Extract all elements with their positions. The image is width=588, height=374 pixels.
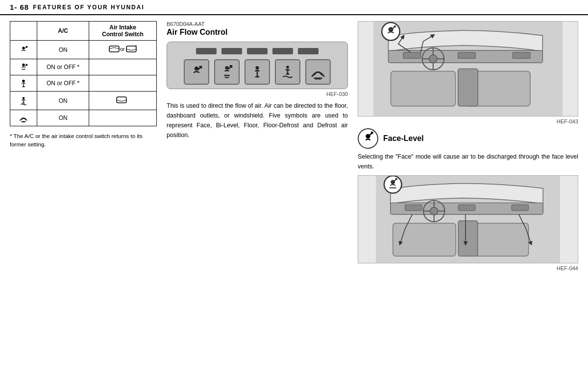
table-row: ON [10, 110, 157, 126]
table-row: ON or * [10, 41, 157, 59]
svg-rect-25 [458, 69, 478, 106]
row1-icon [10, 41, 37, 59]
airflow-btn-defrost[interactable] [305, 59, 331, 85]
row2-ac: ON or OFF * [37, 59, 89, 75]
svg-point-11 [225, 66, 228, 70]
row5-intake [89, 110, 157, 126]
row3-ac: ON or OFF * [37, 75, 89, 92]
svg-rect-28 [513, 52, 530, 58]
right-column: HEF-043 Face-Level Selecting the "Face" … [358, 21, 578, 366]
svg-point-35 [430, 207, 438, 215]
ac-table: A/C Air Intake Control Switch [10, 21, 157, 126]
svg-point-10 [195, 67, 199, 71]
page-number: 1- 68 [10, 3, 29, 11]
middle-column: B670D04A-AAT Air Flow Control [167, 21, 348, 366]
airflow-btn-face[interactable] [184, 59, 209, 85]
airflow-description: This is used to direct the flow of air. … [167, 101, 348, 140]
col-intake-header: Air Intake Control Switch [89, 22, 157, 41]
hef-044-label: HEF-044 [358, 265, 578, 271]
airflow-btn-floor-defrost[interactable] [275, 59, 300, 85]
airflow-btn-floor[interactable] [245, 59, 270, 85]
airflow-btn-bilevel[interactable] [214, 59, 240, 85]
footnote-text: The A/C or the air intake control switch… [10, 133, 143, 147]
row2-intake [89, 59, 157, 75]
footnote: * The A/C or the air intake control swit… [10, 132, 157, 149]
section-title: Air Flow Control [167, 28, 348, 37]
svg-text:or: or [120, 46, 125, 52]
svg-rect-44 [458, 205, 475, 210]
svg-point-30 [388, 27, 393, 32]
car-diagram-top [358, 21, 578, 117]
face-level-title: Face-Level [383, 134, 424, 143]
table-row: ON or OFF * [10, 59, 157, 75]
svg-rect-42 [458, 221, 478, 256]
content-area: A/C Air Intake Control Switch [0, 15, 588, 372]
row3-icon [10, 75, 37, 92]
svg-rect-27 [458, 52, 476, 58]
row4-intake [89, 92, 157, 110]
svg-rect-26 [403, 52, 421, 58]
col-icon-header [10, 22, 37, 41]
svg-rect-40 [393, 223, 456, 256]
svg-point-12 [255, 66, 259, 70]
face-level-section: Face-Level [358, 128, 578, 149]
page-title: FEATURES OF YOUR HYUNDAI [33, 4, 145, 11]
svg-rect-43 [405, 205, 422, 210]
svg-point-0 [22, 47, 25, 49]
svg-point-18 [429, 55, 437, 63]
diagram-code: B670D04A-AAT [167, 21, 348, 27]
row5-icon [10, 110, 37, 126]
row5-ac: ON [37, 110, 89, 126]
car-diagram-bottom [358, 175, 578, 263]
svg-text:*: * [135, 44, 137, 49]
hef-043-label: HEF-043 [358, 118, 578, 124]
svg-rect-45 [512, 205, 529, 210]
svg-rect-8 [117, 97, 126, 103]
hef-030-label: HEF-030 [167, 91, 348, 97]
row1-ac: ON [37, 41, 89, 59]
svg-rect-1 [109, 46, 119, 52]
row2-icon [10, 59, 37, 75]
table-row: ON [10, 92, 157, 110]
row4-ac: ON [37, 92, 89, 110]
left-column: A/C Air Intake Control Switch [10, 21, 157, 366]
svg-rect-23 [391, 71, 456, 106]
svg-rect-3 [126, 46, 136, 52]
row1-intake: or * [89, 41, 157, 59]
row4-icon [10, 92, 37, 110]
row3-intake [89, 75, 157, 92]
page-header: 1- 68 FEATURES OF YOUR HYUNDAI [0, 0, 588, 15]
svg-point-7 [23, 97, 25, 99]
svg-point-13 [286, 66, 289, 69]
col-ac-header: A/C [37, 22, 89, 41]
svg-point-5 [22, 64, 25, 67]
svg-point-6 [22, 80, 25, 83]
face-level-description: Selecting the "Face" mode will cause air… [358, 152, 578, 171]
table-row: ON or OFF * [10, 75, 157, 92]
face-level-icon [358, 128, 378, 149]
